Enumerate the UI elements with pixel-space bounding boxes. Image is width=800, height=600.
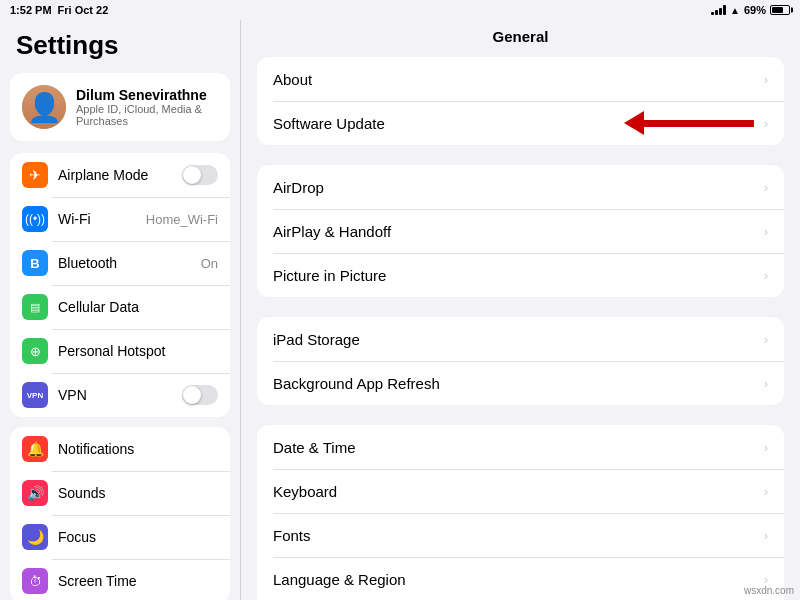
airplane-mode-toggle[interactable] [182,165,218,185]
settings-row-software-update[interactable]: Software Update › [257,101,784,145]
chevron-icon: › [764,224,768,239]
sidebar-item-vpn[interactable]: VPN VPN [10,373,230,417]
wifi-settings-icon: ((•)) [22,206,48,232]
row-label-background-app-refresh: Background App Refresh [273,375,440,392]
chevron-icon: › [764,116,768,131]
arrow-head-icon [624,111,644,135]
sidebar-item-label: Screen Time [58,573,218,589]
wifi-icon: ▲ [730,5,740,16]
sidebar-item-label: Personal Hotspot [58,343,218,359]
arrow-line [644,120,754,127]
hotspot-icon: ⊕ [22,338,48,364]
watermark: wsxdn.com [744,585,794,596]
row-label-airplay-handoff: AirPlay & Handoff [273,223,391,240]
sidebar-item-bluetooth[interactable]: B Bluetooth On [10,241,230,285]
sidebar-item-label: Focus [58,529,218,545]
sidebar-item-airplane-mode[interactable]: ✈ Airplane Mode [10,153,230,197]
chevron-icon: › [764,528,768,543]
sidebar-item-notifications[interactable]: 🔔 Notifications [10,427,230,471]
annotation-arrow [624,111,754,135]
settings-section-airplay: AirDrop › AirPlay & Handoff › Picture in… [257,165,784,297]
user-name: Dilum Senevirathne [76,87,218,103]
user-info: Dilum Senevirathne Apple ID, iCloud, Med… [76,87,218,127]
sidebar-item-label: Sounds [58,485,218,501]
settings-row-airplay-handoff[interactable]: AirPlay & Handoff › [257,209,784,253]
row-label-language-region: Language & Region [273,571,406,588]
sidebar-item-label: Cellular Data [58,299,218,315]
battery-percent: 69% [744,4,766,16]
sidebar-group-connectivity: ✈ Airplane Mode ((•)) Wi-Fi Home_Wi-Fi B… [10,153,230,417]
sidebar-item-screen-time[interactable]: ⏱ Screen Time [10,559,230,600]
settings-row-picture-in-picture[interactable]: Picture in Picture › [257,253,784,297]
sidebar-item-label: Wi-Fi [58,211,136,227]
bluetooth-value: On [201,256,218,271]
chevron-icon: › [764,180,768,195]
sidebar-item-sounds[interactable]: 🔊 Sounds [10,471,230,515]
avatar [22,85,66,129]
sidebar-title: Settings [0,20,240,69]
status-time: 1:52 PM [10,4,52,16]
cellular-icon: ▤ [22,294,48,320]
sidebar-item-label: Bluetooth [58,255,191,271]
row-label-about: About [273,71,312,88]
sidebar-item-label: Notifications [58,441,218,457]
sidebar-group-notifications: 🔔 Notifications 🔊 Sounds 🌙 Focus ⏱ Scree… [10,427,230,600]
settings-row-about[interactable]: About › [257,57,784,101]
sidebar-item-wifi[interactable]: ((•)) Wi-Fi Home_Wi-Fi [10,197,230,241]
status-date: Fri Oct 22 [58,4,109,16]
chevron-icon: › [764,268,768,283]
sidebar-item-personal-hotspot[interactable]: ⊕ Personal Hotspot [10,329,230,373]
settings-row-language-region[interactable]: Language & Region › [257,557,784,600]
settings-row-keyboard[interactable]: Keyboard › [257,469,784,513]
row-label-keyboard: Keyboard [273,483,337,500]
user-card[interactable]: Dilum Senevirathne Apple ID, iCloud, Med… [10,73,230,141]
user-subtitle: Apple ID, iCloud, Media & Purchases [76,103,218,127]
sidebar-item-label: VPN [58,387,172,403]
battery-icon [770,5,790,15]
row-label-airdrop: AirDrop [273,179,324,196]
panel-title: General [257,20,784,57]
row-label-date-time: Date & Time [273,439,356,456]
settings-section-updates: About › Software Update › [257,57,784,145]
sidebar-item-focus[interactable]: 🌙 Focus [10,515,230,559]
chevron-icon: › [764,332,768,347]
airplane-mode-icon: ✈ [22,162,48,188]
right-panel: General About › Software Update › AirDro… [241,20,800,600]
chevron-icon: › [764,484,768,499]
status-indicators: ▲ 69% [711,4,790,16]
sounds-icon: 🔊 [22,480,48,506]
status-bar: 1:52 PM Fri Oct 22 ▲ 69% [0,0,800,20]
sidebar-item-label: Airplane Mode [58,167,172,183]
settings-section-language: Date & Time › Keyboard › Fonts › Languag… [257,425,784,600]
bluetooth-icon: B [22,250,48,276]
settings-row-airdrop[interactable]: AirDrop › [257,165,784,209]
screen-time-icon: ⏱ [22,568,48,594]
settings-row-date-time[interactable]: Date & Time › [257,425,784,469]
settings-section-storage: iPad Storage › Background App Refresh › [257,317,784,405]
signal-icon [711,5,726,15]
notifications-icon: 🔔 [22,436,48,462]
chevron-icon: › [764,440,768,455]
row-label-ipad-storage: iPad Storage [273,331,360,348]
settings-row-background-app-refresh[interactable]: Background App Refresh › [257,361,784,405]
sidebar: Settings Dilum Senevirathne Apple ID, iC… [0,20,240,600]
settings-row-ipad-storage[interactable]: iPad Storage › [257,317,784,361]
row-label-fonts: Fonts [273,527,311,544]
row-label-software-update: Software Update [273,115,385,132]
chevron-icon: › [764,72,768,87]
vpn-toggle[interactable] [182,385,218,405]
vpn-icon: VPN [22,382,48,408]
focus-icon: 🌙 [22,524,48,550]
settings-row-fonts[interactable]: Fonts › [257,513,784,557]
row-label-picture-in-picture: Picture in Picture [273,267,386,284]
wifi-value: Home_Wi-Fi [146,212,218,227]
sidebar-item-cellular[interactable]: ▤ Cellular Data [10,285,230,329]
chevron-icon: › [764,376,768,391]
